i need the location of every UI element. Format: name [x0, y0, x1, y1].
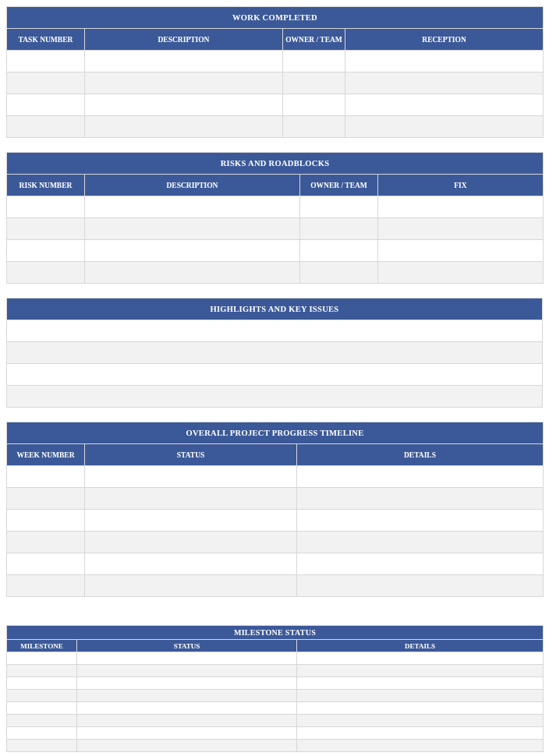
cell[interactable] — [7, 72, 85, 94]
col-header: STATUS — [85, 444, 297, 466]
cell[interactable] — [345, 116, 544, 138]
col-header: DESCRIPTION — [85, 29, 283, 51]
cell[interactable] — [7, 218, 85, 240]
cell[interactable] — [77, 727, 297, 740]
cell[interactable] — [77, 690, 297, 702]
cell[interactable] — [85, 466, 297, 488]
col-header: STATUS — [77, 640, 297, 652]
cell[interactable] — [77, 652, 297, 665]
col-header: WEEK NUMBER — [7, 444, 85, 466]
work-completed-table: WORK COMPLETED TASK NUMBER DESCRIPTION O… — [6, 6, 544, 138]
cell[interactable] — [7, 94, 85, 116]
cell[interactable] — [85, 116, 283, 138]
cell[interactable] — [85, 196, 300, 218]
highlights-table: HIGHLIGHTS AND KEY ISSUES — [6, 298, 543, 408]
cell[interactable] — [85, 575, 297, 597]
cell[interactable] — [77, 740, 297, 752]
timeline-section: OVERALL PROJECT PROGRESS TIMELINE WEEK N… — [6, 422, 543, 597]
cell[interactable] — [85, 553, 297, 575]
cell[interactable] — [297, 715, 544, 727]
cell[interactable] — [85, 240, 300, 262]
cell[interactable] — [300, 262, 378, 284]
cell[interactable] — [7, 262, 85, 284]
cell[interactable] — [297, 488, 544, 510]
cell[interactable] — [85, 72, 283, 94]
col-header: DESCRIPTION — [85, 175, 300, 196]
cell[interactable] — [7, 532, 85, 553]
cell[interactable] — [283, 72, 345, 94]
cell[interactable] — [7, 727, 77, 740]
risks-section: RISKS AND ROADBLOCKS RISK NUMBER DESCRIP… — [6, 152, 543, 284]
cell[interactable] — [300, 240, 378, 262]
cell[interactable] — [7, 320, 543, 342]
cell[interactable] — [7, 665, 77, 677]
cell[interactable] — [7, 116, 85, 138]
cell[interactable] — [345, 72, 544, 94]
col-header: TASK NUMBER — [7, 29, 85, 51]
cell[interactable] — [297, 510, 544, 532]
col-header: MILESTONE — [7, 640, 77, 652]
cell[interactable] — [283, 51, 345, 72]
cell[interactable] — [297, 677, 544, 690]
cell[interactable] — [85, 488, 297, 510]
cell[interactable] — [283, 116, 345, 138]
risks-table: RISKS AND ROADBLOCKS RISK NUMBER DESCRIP… — [6, 152, 544, 284]
cell[interactable] — [7, 652, 77, 665]
cell[interactable] — [297, 652, 544, 665]
cell[interactable] — [7, 715, 77, 727]
cell[interactable] — [297, 466, 544, 488]
cell[interactable] — [7, 677, 77, 690]
cell[interactable] — [85, 218, 300, 240]
cell[interactable] — [85, 510, 297, 532]
highlights-section: HIGHLIGHTS AND KEY ISSUES — [6, 298, 543, 408]
col-header: RECEPTION — [345, 29, 544, 51]
cell[interactable] — [85, 94, 283, 116]
cell[interactable] — [297, 702, 544, 715]
cell[interactable] — [7, 553, 85, 575]
cell[interactable] — [7, 240, 85, 262]
cell[interactable] — [297, 727, 544, 740]
cell[interactable] — [7, 342, 543, 364]
cell[interactable] — [7, 196, 85, 218]
cell[interactable] — [7, 690, 77, 702]
cell[interactable] — [378, 218, 544, 240]
section-title: RISKS AND ROADBLOCKS — [7, 153, 544, 175]
cell[interactable] — [345, 94, 544, 116]
cell[interactable] — [297, 532, 544, 553]
cell[interactable] — [85, 51, 283, 72]
section-title: WORK COMPLETED — [7, 7, 544, 29]
cell[interactable] — [7, 51, 85, 72]
cell[interactable] — [7, 510, 85, 532]
cell[interactable] — [85, 532, 297, 553]
col-header: DETAILS — [297, 640, 544, 652]
cell[interactable] — [378, 262, 544, 284]
cell[interactable] — [77, 702, 297, 715]
cell[interactable] — [378, 240, 544, 262]
cell[interactable] — [300, 218, 378, 240]
cell[interactable] — [297, 575, 544, 597]
cell[interactable] — [297, 740, 544, 752]
cell[interactable] — [7, 702, 77, 715]
cell[interactable] — [85, 262, 300, 284]
cell[interactable] — [77, 715, 297, 727]
cell[interactable] — [7, 466, 85, 488]
section-title: MILESTONE STATUS — [7, 626, 544, 640]
cell[interactable] — [77, 677, 297, 690]
timeline-table: OVERALL PROJECT PROGRESS TIMELINE WEEK N… — [6, 422, 544, 597]
cell[interactable] — [7, 740, 77, 752]
cell[interactable] — [300, 196, 378, 218]
cell[interactable] — [297, 553, 544, 575]
cell[interactable] — [7, 488, 85, 510]
cell[interactable] — [378, 196, 544, 218]
work-completed-section: WORK COMPLETED TASK NUMBER DESCRIPTION O… — [6, 6, 543, 138]
cell[interactable] — [7, 386, 543, 408]
cell[interactable] — [297, 690, 544, 702]
col-header: OWNER / TEAM — [283, 29, 345, 51]
cell[interactable] — [345, 51, 544, 72]
cell[interactable] — [77, 665, 297, 677]
cell[interactable] — [283, 94, 345, 116]
cell[interactable] — [297, 665, 544, 677]
cell[interactable] — [7, 575, 85, 597]
cell[interactable] — [7, 364, 543, 386]
section-title: HIGHLIGHTS AND KEY ISSUES — [7, 299, 543, 320]
